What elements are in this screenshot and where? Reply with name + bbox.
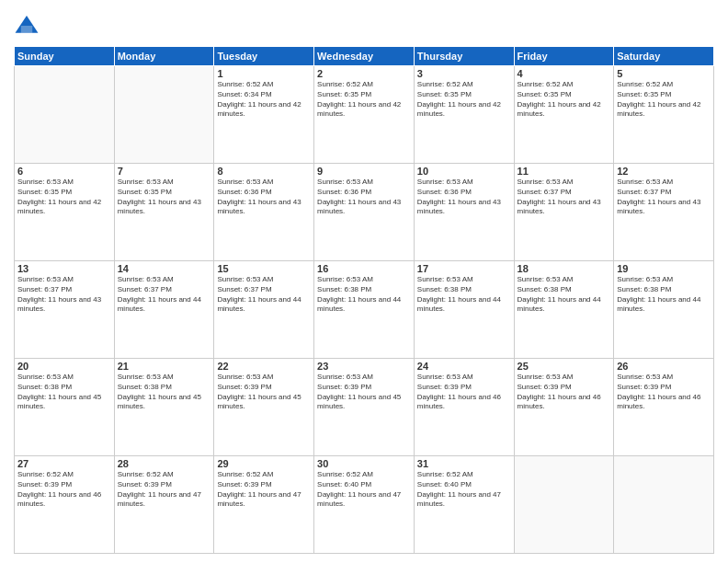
day-detail: Sunrise: 6:53 AMSunset: 6:38 PMDaylight:…	[17, 373, 111, 412]
day-number: 26	[617, 361, 711, 372]
day-detail: Sunrise: 6:53 AMSunset: 6:36 PMDaylight:…	[317, 178, 411, 217]
table-row: 12Sunrise: 6:53 AMSunset: 6:37 PMDayligh…	[614, 164, 714, 261]
day-number: 31	[417, 458, 511, 469]
page: Sunday Monday Tuesday Wednesday Thursday…	[0, 0, 728, 563]
day-detail: Sunrise: 6:53 AMSunset: 6:39 PMDaylight:…	[617, 373, 711, 412]
table-row: 17Sunrise: 6:53 AMSunset: 6:38 PMDayligh…	[414, 261, 514, 359]
table-row: 22Sunrise: 6:53 AMSunset: 6:39 PMDayligh…	[214, 359, 314, 456]
day-detail: Sunrise: 6:53 AMSunset: 6:38 PMDaylight:…	[118, 373, 211, 412]
day-detail: Sunrise: 6:53 AMSunset: 6:39 PMDaylight:…	[518, 373, 611, 412]
table-row: 27Sunrise: 6:52 AMSunset: 6:39 PMDayligh…	[15, 456, 115, 554]
day-detail: Sunrise: 6:53 AMSunset: 6:37 PMDaylight:…	[617, 178, 711, 217]
table-row	[614, 456, 714, 554]
table-row: 18Sunrise: 6:53 AMSunset: 6:38 PMDayligh…	[514, 261, 614, 359]
col-monday: Monday	[114, 47, 214, 66]
table-row: 31Sunrise: 6:52 AMSunset: 6:40 PMDayligh…	[414, 456, 514, 554]
table-row: 2Sunrise: 6:52 AMSunset: 6:35 PMDaylight…	[314, 66, 415, 164]
day-number: 18	[518, 263, 611, 274]
day-detail: Sunrise: 6:53 AMSunset: 6:38 PMDaylight:…	[317, 275, 411, 315]
day-detail: Sunrise: 6:52 AMSunset: 6:40 PMDaylight:…	[417, 470, 511, 510]
col-friday: Friday	[514, 47, 614, 66]
day-number: 9	[317, 166, 411, 177]
day-number: 6	[17, 166, 111, 177]
day-detail: Sunrise: 6:53 AMSunset: 6:38 PMDaylight:…	[417, 275, 511, 315]
day-detail: Sunrise: 6:52 AMSunset: 6:34 PMDaylight:…	[217, 80, 311, 120]
day-detail: Sunrise: 6:52 AMSunset: 6:39 PMDaylight:…	[118, 470, 211, 510]
table-row: 14Sunrise: 6:53 AMSunset: 6:37 PMDayligh…	[114, 261, 214, 359]
table-row: 16Sunrise: 6:53 AMSunset: 6:38 PMDayligh…	[314, 261, 415, 359]
day-number: 24	[417, 361, 511, 372]
day-number: 22	[217, 361, 311, 372]
day-number: 1	[217, 68, 311, 79]
table-row: 24Sunrise: 6:53 AMSunset: 6:39 PMDayligh…	[414, 359, 514, 456]
col-wednesday: Wednesday	[314, 47, 415, 66]
day-detail: Sunrise: 6:53 AMSunset: 6:35 PMDaylight:…	[118, 178, 211, 217]
table-row: 5Sunrise: 6:52 AMSunset: 6:35 PMDaylight…	[614, 66, 714, 164]
day-detail: Sunrise: 6:53 AMSunset: 6:36 PMDaylight:…	[217, 178, 311, 217]
day-detail: Sunrise: 6:52 AMSunset: 6:35 PMDaylight:…	[417, 80, 511, 120]
table-row	[15, 66, 115, 164]
calendar-week-row: 1Sunrise: 6:52 AMSunset: 6:34 PMDaylight…	[15, 66, 714, 164]
day-number: 23	[317, 361, 411, 372]
table-row: 9Sunrise: 6:53 AMSunset: 6:36 PMDaylight…	[314, 164, 415, 261]
day-detail: Sunrise: 6:52 AMSunset: 6:40 PMDaylight:…	[317, 470, 411, 510]
col-saturday: Saturday	[614, 47, 714, 66]
table-row: 30Sunrise: 6:52 AMSunset: 6:40 PMDayligh…	[314, 456, 415, 554]
day-number: 14	[118, 263, 211, 274]
day-detail: Sunrise: 6:53 AMSunset: 6:37 PMDaylight:…	[17, 275, 111, 315]
day-number: 28	[118, 458, 211, 469]
day-detail: Sunrise: 6:53 AMSunset: 6:39 PMDaylight:…	[417, 373, 511, 412]
day-number: 29	[217, 458, 311, 469]
day-number: 5	[617, 68, 711, 79]
day-detail: Sunrise: 6:52 AMSunset: 6:39 PMDaylight:…	[217, 470, 311, 510]
day-number: 13	[17, 263, 111, 274]
table-row: 20Sunrise: 6:53 AMSunset: 6:38 PMDayligh…	[15, 359, 115, 456]
svg-rect-1	[21, 26, 32, 33]
day-number: 4	[518, 68, 611, 79]
table-row: 29Sunrise: 6:52 AMSunset: 6:39 PMDayligh…	[214, 456, 314, 554]
table-row: 13Sunrise: 6:53 AMSunset: 6:37 PMDayligh…	[15, 261, 115, 359]
day-number: 2	[317, 68, 411, 79]
table-row: 4Sunrise: 6:52 AMSunset: 6:35 PMDaylight…	[514, 66, 614, 164]
day-number: 19	[617, 263, 711, 274]
day-number: 8	[217, 166, 311, 177]
table-row: 1Sunrise: 6:52 AMSunset: 6:34 PMDaylight…	[214, 66, 314, 164]
table-row	[514, 456, 614, 554]
col-sunday: Sunday	[15, 47, 115, 66]
table-row: 7Sunrise: 6:53 AMSunset: 6:35 PMDaylight…	[114, 164, 214, 261]
table-row: 19Sunrise: 6:53 AMSunset: 6:38 PMDayligh…	[614, 261, 714, 359]
day-detail: Sunrise: 6:53 AMSunset: 6:37 PMDaylight:…	[518, 178, 611, 217]
calendar-week-row: 13Sunrise: 6:53 AMSunset: 6:37 PMDayligh…	[15, 261, 714, 359]
calendar-week-row: 6Sunrise: 6:53 AMSunset: 6:35 PMDaylight…	[15, 164, 714, 261]
header	[14, 9, 714, 39]
day-number: 25	[518, 361, 611, 372]
table-row: 28Sunrise: 6:52 AMSunset: 6:39 PMDayligh…	[114, 456, 214, 554]
day-detail: Sunrise: 6:53 AMSunset: 6:36 PMDaylight:…	[417, 178, 511, 217]
day-detail: Sunrise: 6:53 AMSunset: 6:38 PMDaylight:…	[518, 275, 611, 315]
logo-icon	[14, 13, 40, 39]
day-detail: Sunrise: 6:53 AMSunset: 6:39 PMDaylight:…	[317, 373, 411, 412]
col-tuesday: Tuesday	[214, 47, 314, 66]
table-row: 10Sunrise: 6:53 AMSunset: 6:36 PMDayligh…	[414, 164, 514, 261]
day-detail: Sunrise: 6:52 AMSunset: 6:39 PMDaylight:…	[17, 470, 111, 510]
day-detail: Sunrise: 6:52 AMSunset: 6:35 PMDaylight:…	[317, 80, 411, 120]
day-number: 11	[518, 166, 611, 177]
table-row: 26Sunrise: 6:53 AMSunset: 6:39 PMDayligh…	[614, 359, 714, 456]
calendar-week-row: 27Sunrise: 6:52 AMSunset: 6:39 PMDayligh…	[15, 456, 714, 554]
day-number: 20	[17, 361, 111, 372]
table-row: 3Sunrise: 6:52 AMSunset: 6:35 PMDaylight…	[414, 66, 514, 164]
day-detail: Sunrise: 6:53 AMSunset: 6:38 PMDaylight:…	[617, 275, 711, 315]
table-row: 8Sunrise: 6:53 AMSunset: 6:36 PMDaylight…	[214, 164, 314, 261]
table-row: 6Sunrise: 6:53 AMSunset: 6:35 PMDaylight…	[15, 164, 115, 261]
calendar-table: Sunday Monday Tuesday Wednesday Thursday…	[14, 46, 714, 554]
day-number: 27	[17, 458, 111, 469]
table-row: 21Sunrise: 6:53 AMSunset: 6:38 PMDayligh…	[114, 359, 214, 456]
table-row: 25Sunrise: 6:53 AMSunset: 6:39 PMDayligh…	[514, 359, 614, 456]
table-row: 15Sunrise: 6:53 AMSunset: 6:37 PMDayligh…	[214, 261, 314, 359]
day-number: 15	[217, 263, 311, 274]
calendar-header-row: Sunday Monday Tuesday Wednesday Thursday…	[15, 47, 714, 66]
day-number: 17	[417, 263, 511, 274]
day-number: 12	[617, 166, 711, 177]
table-row: 23Sunrise: 6:53 AMSunset: 6:39 PMDayligh…	[314, 359, 415, 456]
day-detail: Sunrise: 6:52 AMSunset: 6:35 PMDaylight:…	[617, 80, 711, 120]
